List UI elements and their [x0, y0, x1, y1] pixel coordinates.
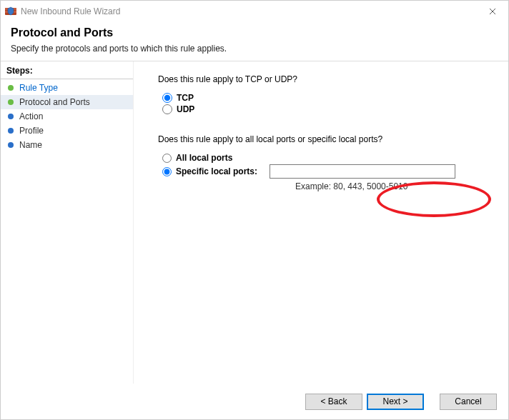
wizard-window: New Inbound Rule Wizard Protocol and Por…	[0, 0, 509, 420]
bullet-icon	[8, 99, 14, 105]
radio-udp[interactable]	[162, 104, 172, 114]
bullet-icon	[8, 128, 14, 134]
step-label: Profile	[19, 126, 44, 136]
page-subtitle: Specify the protocols and ports to which…	[11, 44, 498, 54]
protocol-radio-group: TCP UDP	[162, 93, 493, 114]
step-label: Action	[19, 111, 43, 121]
page-title: Protocol and Ports	[11, 26, 498, 39]
steps-sidebar: Steps: Rule TypeProtocol and PortsAction…	[1, 61, 134, 384]
radio-all-ports[interactable]	[162, 154, 172, 163]
steps-heading: Steps:	[1, 64, 133, 79]
step-item-name[interactable]: Name	[1, 138, 133, 152]
ports-example-text: Example: 80, 443, 5000-5010	[295, 181, 493, 191]
bullet-icon	[8, 142, 14, 148]
wizard-main: Does this rule apply to TCP or UDP? TCP …	[134, 61, 508, 384]
question-protocol: Does this rule apply to TCP or UDP?	[158, 74, 493, 84]
next-button[interactable]: Next >	[367, 394, 424, 410]
bullet-icon	[8, 85, 14, 91]
window-title: New Inbound Rule Wizard	[21, 6, 477, 16]
step-item-rule-type[interactable]: Rule Type	[1, 81, 133, 95]
step-item-protocol-and-ports[interactable]: Protocol and Ports	[1, 95, 133, 109]
radio-udp-label[interactable]: UDP	[177, 104, 194, 114]
titlebar: New Inbound Rule Wizard	[1, 1, 508, 22]
wizard-header: Protocol and Ports Specify the protocols…	[1, 22, 508, 61]
radio-tcp-label[interactable]: TCP	[177, 93, 194, 103]
step-label: Protocol and Ports	[19, 97, 90, 107]
radio-tcp[interactable]	[162, 93, 172, 103]
bullet-icon	[8, 114, 14, 119]
wizard-body: Steps: Rule TypeProtocol and PortsAction…	[1, 61, 508, 384]
question-ports: Does this rule apply to all local ports …	[158, 134, 493, 144]
cancel-button[interactable]: Cancel	[440, 394, 497, 410]
specific-ports-input[interactable]	[270, 164, 455, 179]
step-label: Rule Type	[19, 83, 58, 93]
ports-radio-group: All local ports Specific local ports:	[162, 153, 493, 179]
radio-all-ports-label[interactable]: All local ports	[176, 153, 232, 163]
radio-specific-ports-label[interactable]: Specific local ports:	[176, 166, 257, 176]
firewall-icon	[5, 6, 16, 17]
step-label: Name	[19, 140, 42, 150]
radio-specific-ports[interactable]	[162, 167, 172, 176]
back-button[interactable]: < Back	[305, 394, 362, 410]
step-item-action[interactable]: Action	[1, 109, 133, 124]
step-item-profile[interactable]: Profile	[1, 124, 133, 138]
wizard-footer: < Back Next > Cancel	[1, 384, 508, 419]
close-button[interactable]	[477, 1, 508, 22]
